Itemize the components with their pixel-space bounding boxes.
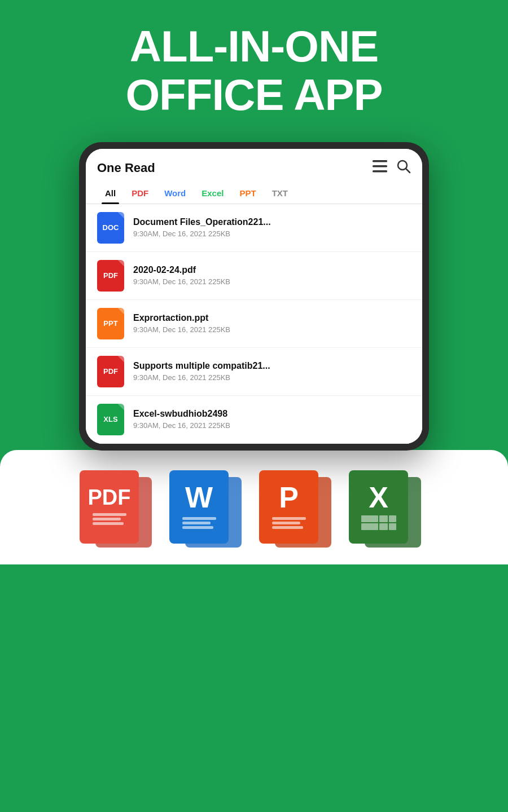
file-name-1: Document Files_Operation221...: [133, 217, 411, 227]
svg-rect-0: [373, 160, 387, 162]
app-name: One Read: [97, 161, 155, 175]
file-name-5: Excel-swbudhiob2498: [133, 409, 411, 419]
file-name-3: Exprortaction.ppt: [133, 313, 411, 323]
phone-mockup: One Read: [79, 142, 429, 451]
file-info-3: Exprortaction.ppt 9:30AM, Dec 16, 2021 2…: [133, 313, 411, 334]
tab-all[interactable]: All: [97, 183, 124, 204]
file-icon-pdf-2: PDF: [97, 356, 124, 387]
phone-screen: One Read: [86, 149, 422, 444]
file-info-2: 2020-02-24.pdf 9:30AM, Dec 16, 2021 225K…: [133, 265, 411, 286]
ppt-app-icon[interactable]: P: [258, 466, 340, 553]
file-meta-3: 9:30AM, Dec 16, 2021 225KB: [133, 325, 411, 334]
file-name-2: 2020-02-24.pdf: [133, 265, 411, 275]
file-meta-4: 9:30AM, Dec 16, 2021 225KB: [133, 373, 411, 382]
bottom-app-icons: PDF W P: [0, 450, 508, 564]
phone-area: One Read: [0, 136, 508, 451]
tab-txt[interactable]: TXT: [264, 183, 296, 204]
file-icon-pdf-1: PDF: [97, 260, 124, 292]
app-header-icons: [373, 159, 411, 177]
header-title: ALL-IN-ONE OFFICE APP: [34, 23, 474, 120]
file-meta-2: 9:30AM, Dec 16, 2021 225KB: [133, 277, 411, 286]
file-list: DOC Document Files_Operation221... 9:30A…: [86, 204, 422, 444]
file-info-5: Excel-swbudhiob2498 9:30AM, Dec 16, 2021…: [133, 409, 411, 430]
file-item-4[interactable]: PDF Supports multiple compatib21... 9:30…: [86, 348, 422, 396]
excel-app-icon[interactable]: X: [348, 466, 430, 553]
file-info-1: Document Files_Operation221... 9:30AM, D…: [133, 217, 411, 238]
pdf-app-icon[interactable]: PDF: [78, 466, 160, 553]
tab-word[interactable]: Word: [156, 183, 194, 204]
svg-rect-2: [373, 170, 387, 173]
tab-bar: All PDF Word Excel PPT TXT: [86, 183, 422, 204]
header-line1: ALL-IN-ONE: [130, 21, 379, 71]
word-app-icon[interactable]: W: [168, 466, 250, 553]
file-item-3[interactable]: PPT Exprortaction.ppt 9:30AM, Dec 16, 20…: [86, 300, 422, 348]
file-meta-1: 9:30AM, Dec 16, 2021 225KB: [133, 230, 411, 238]
app-header: One Read: [86, 149, 422, 183]
file-icon-ppt: PPT: [97, 308, 124, 339]
file-item-1[interactable]: DOC Document Files_Operation221... 9:30A…: [86, 204, 422, 252]
file-name-4: Supports multiple compatib21...: [133, 361, 411, 371]
file-icon-doc: DOC: [97, 212, 124, 244]
file-meta-5: 9:30AM, Dec 16, 2021 225KB: [133, 421, 411, 430]
tab-excel[interactable]: Excel: [194, 183, 231, 204]
file-icon-xls: XLS: [97, 404, 124, 435]
svg-rect-1: [373, 165, 387, 167]
header-line2: OFFICE APP: [125, 70, 382, 120]
svg-line-4: [406, 169, 410, 173]
header-section: ALL-IN-ONE OFFICE APP: [0, 0, 508, 136]
search-icon[interactable]: [396, 159, 411, 177]
file-info-4: Supports multiple compatib21... 9:30AM, …: [133, 361, 411, 382]
tab-ppt[interactable]: PPT: [231, 183, 264, 204]
file-item-5[interactable]: XLS Excel-swbudhiob2498 9:30AM, Dec 16, …: [86, 396, 422, 444]
list-icon[interactable]: [373, 160, 387, 176]
tab-pdf[interactable]: PDF: [124, 183, 156, 204]
file-item-2[interactable]: PDF 2020-02-24.pdf 9:30AM, Dec 16, 2021 …: [86, 252, 422, 300]
